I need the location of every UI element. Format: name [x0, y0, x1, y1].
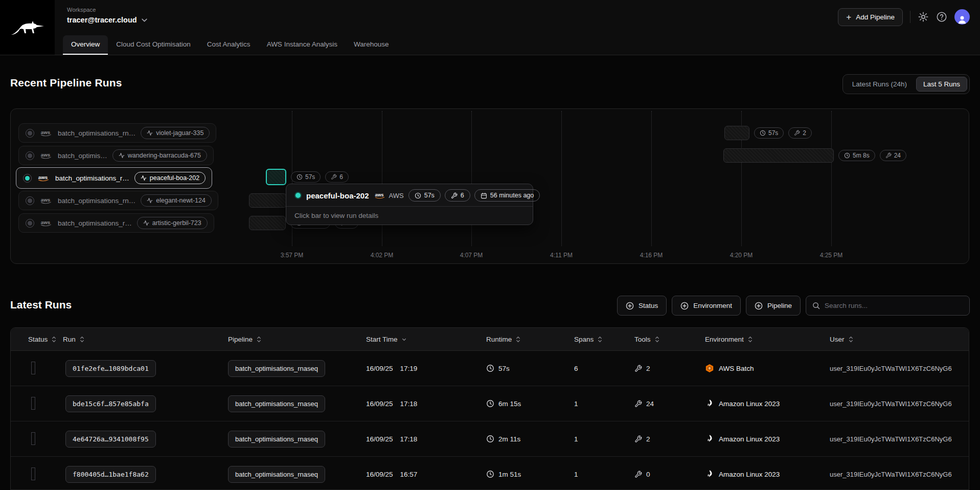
clock-icon: [486, 364, 494, 372]
table-row[interactable]: 01fe2efe…1089bdca01 batch_optimisations_…: [11, 351, 969, 386]
tab-overview[interactable]: Overview: [63, 35, 108, 55]
status-dot-icon: [26, 219, 34, 228]
spans-value: 1: [574, 435, 634, 443]
column-header-user[interactable]: User: [830, 336, 969, 343]
column-header-tools[interactable]: Tools: [634, 336, 705, 343]
tab-aws-instance-analysis[interactable]: AWS Instance Analysis: [259, 35, 346, 55]
column-header-pipeline[interactable]: Pipeline: [228, 336, 366, 343]
pipeline-pill[interactable]: batch_optimisations_rnaseq: [228, 395, 325, 412]
tooltip-time-ago-pill: 56 minutes ago: [474, 189, 540, 202]
run-tag[interactable]: elegant-newt-124: [141, 194, 212, 207]
aws-logo-icon: [374, 192, 386, 199]
column-header-start-time[interactable]: Start Time: [366, 336, 486, 343]
run-bar[interactable]: [723, 148, 834, 163]
column-header-run[interactable]: Run: [63, 336, 228, 343]
timeline-bar-row-1: 57s 2: [724, 126, 812, 140]
tools-pill: 2: [788, 127, 812, 139]
run-id-pill[interactable]: 4e64726a…9341008f95: [65, 431, 156, 448]
run-tag[interactable]: artistic-gerbil-723: [137, 217, 208, 229]
time-range-toggle: Latest Runs (24h) Last 5 Runs: [842, 74, 970, 94]
sort-desc-icon: [401, 336, 407, 343]
run-bar-selected[interactable]: [266, 169, 286, 185]
run-chip-wandering-barracuda-675[interactable]: batch_optimis… wandering-barracuda-675: [18, 146, 214, 165]
latest-runs-controls: Status Environment Pipeline: [617, 296, 970, 316]
tooltip-run-name: peaceful-boa-202: [306, 191, 369, 200]
dashboard: Workspace tracer@tracer.cloud + Add Pipe…: [0, 0, 980, 490]
run-tag[interactable]: wandering-barracuda-675: [112, 149, 207, 162]
run-tag[interactable]: peaceful-boa-202: [134, 172, 206, 184]
run-chip-elegant-newt-124[interactable]: batch_optimisations_rn… elegant-newt-124: [18, 191, 218, 210]
user-value: user_319IEu0yJcTWaTWI1X6TzC6NyG6: [830, 400, 969, 408]
tracer-logo[interactable]: [0, 0, 55, 55]
user-value: user_319IEu0yJcTWaTWI1X6TzC6NyG6: [830, 435, 969, 443]
sort-icon: [848, 336, 854, 343]
top-bar: Workspace tracer@tracer.cloud + Add Pipe…: [0, 0, 980, 55]
run-id-pill[interactable]: 01fe2efe…1089bdca01: [65, 360, 156, 377]
add-pipeline-button[interactable]: + Add Pipeline: [838, 8, 903, 26]
axis-tick: 4:16 PM: [640, 252, 663, 259]
run-bar[interactable]: [724, 126, 749, 140]
run-chip-violet-jaguar-335[interactable]: batch_optimisations_rn… violet-jaguar-33…: [18, 123, 216, 143]
run-bar[interactable]: [249, 193, 287, 208]
status-dot-icon: [294, 192, 302, 199]
status-dot-icon: [26, 196, 34, 205]
start-time: 17:19: [400, 365, 418, 372]
plus-circle-icon: [755, 302, 763, 310]
column-header-status[interactable]: Status: [11, 336, 63, 343]
runtime-pill: 57s: [291, 171, 321, 183]
pipeline-pill[interactable]: batch_optimisations_rnaseq: [228, 466, 325, 483]
help-icon[interactable]: [936, 11, 947, 23]
tools-pill: 6: [325, 171, 349, 183]
topbar-actions: + Add Pipeline: [838, 0, 970, 34]
amazon-linux-icon: [705, 399, 714, 408]
wrench-icon: [634, 435, 642, 443]
calendar-icon: [481, 192, 487, 199]
latest-runs-24h-button[interactable]: Latest Runs (24h): [845, 77, 914, 92]
workspace-switcher[interactable]: Workspace tracer@tracer.cloud: [67, 7, 148, 24]
run-id-pill[interactable]: bde15c6f…857e85abfa: [65, 395, 156, 412]
amazon-linux-icon: [705, 434, 714, 443]
axis-tick: 4:11 PM: [550, 252, 573, 259]
last-5-runs-button[interactable]: Last 5 Runs: [916, 77, 967, 92]
run-id-pill[interactable]: f800405d…1bae1f8a62: [65, 466, 156, 483]
pipeline-pill[interactable]: batch_optimisations_rnaseq: [228, 360, 325, 377]
run-chip-artistic-gerbil-723[interactable]: batch_optimisations_r… artistic-gerbil-7…: [18, 213, 214, 233]
status-filter-button[interactable]: Status: [617, 296, 667, 316]
search-runs-box: [806, 296, 970, 316]
table-row[interactable]: 4e64726a…9341008f95 batch_optimisations_…: [11, 421, 969, 457]
pipeline-filter-button[interactable]: Pipeline: [746, 296, 801, 316]
aws-logo-icon: [39, 151, 53, 160]
settings-gear-icon[interactable]: [918, 11, 929, 23]
wrench-icon: [634, 400, 642, 408]
tab-warehouse[interactable]: Warehouse: [346, 35, 397, 55]
sort-icon: [515, 336, 521, 343]
amazon-linux-icon: [705, 470, 714, 479]
timeline-gridline: [382, 111, 382, 246]
tab-cost-analytics[interactable]: Cost Analytics: [199, 35, 259, 55]
plus-circle-icon: [680, 302, 689, 310]
user-value: user_319IEu0yJcTWaTWI1X6TzC6NyG6: [830, 365, 969, 372]
column-header-runtime[interactable]: Runtime: [486, 336, 574, 343]
sort-icon: [79, 336, 85, 343]
runtime-value: 2m 11s: [498, 435, 520, 443]
tab-cloud-cost-optimisation[interactable]: Cloud Cost Optimisation: [108, 35, 199, 55]
table-row[interactable]: bde15c6f…857e85abfa batch_optimisations_…: [11, 386, 969, 421]
clock-icon: [486, 399, 494, 408]
tools-value: 24: [646, 400, 654, 408]
main-nav-tabs: Overview Cloud Cost Optimisation Cost An…: [63, 35, 397, 55]
run-chip-peaceful-boa-202[interactable]: batch_optimisations_r… peaceful-boa-202: [16, 167, 212, 189]
column-header-environment[interactable]: Environment: [705, 336, 830, 343]
run-tag[interactable]: violet-jaguar-335: [141, 127, 210, 139]
chevron-down-icon: [141, 17, 148, 24]
tools-value: 2: [646, 365, 650, 372]
search-icon: [812, 302, 820, 309]
run-tooltip: peaceful-boa-202 AWS 57s 6 56 minutes ag…: [286, 184, 533, 225]
column-header-spans[interactable]: Spans: [574, 336, 634, 343]
pipeline-pill[interactable]: batch_optimisations_rnaseq: [228, 431, 325, 448]
table-row[interactable]: f800405d…1bae1f8a62 batch_optimisations_…: [11, 457, 969, 490]
run-bar[interactable]: [249, 216, 286, 230]
user-avatar[interactable]: [954, 9, 970, 25]
sort-icon: [747, 336, 753, 343]
search-runs-input[interactable]: [825, 302, 963, 309]
environment-filter-button[interactable]: Environment: [672, 296, 741, 316]
